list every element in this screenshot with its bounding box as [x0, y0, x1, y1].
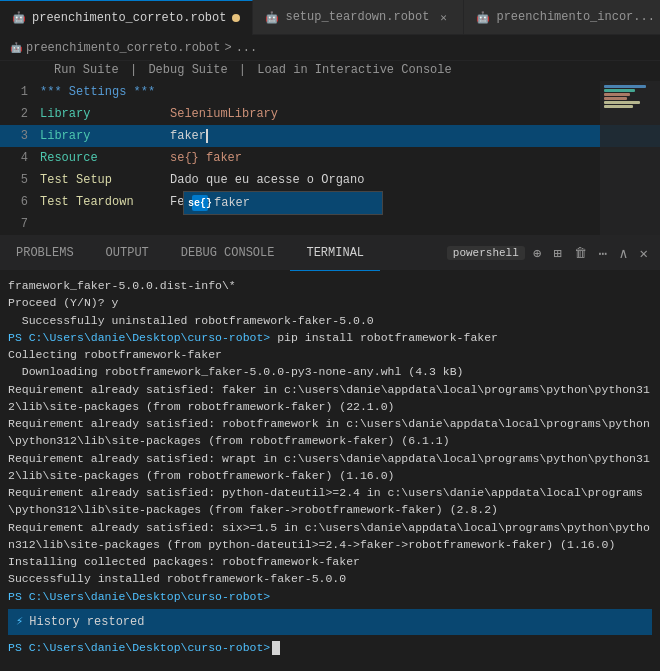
line-num-1: 1 — [0, 85, 40, 99]
minimap-content — [600, 81, 660, 113]
breadcrumb-rest[interactable]: ... — [236, 41, 258, 55]
line-content-2: Library SeleniumLibrary — [40, 107, 660, 121]
editor-line-2: 2 Library SeleniumLibrary — [0, 103, 660, 125]
terminal-line-8: Requirement already satisfied: wrapt in … — [8, 450, 652, 485]
terminal-content[interactable]: framework_faker-5.0.0.dist-info\* Procee… — [0, 271, 660, 671]
tab-debug-console[interactable]: DEBUG CONSOLE — [165, 236, 291, 271]
action-sep-2: | — [239, 63, 246, 77]
tab-preenchimento-incor[interactable]: 🤖 preenchimento_incor... ✕ — [464, 0, 660, 35]
autocomplete-item-faker[interactable]: se{} faker — [184, 192, 382, 214]
run-suite-action[interactable]: Run Suite — [54, 63, 119, 77]
panel-tab-bar: PROBLEMS OUTPUT DEBUG CONSOLE TERMINAL p… — [0, 236, 660, 271]
line-num-2: 2 — [0, 107, 40, 121]
autocomplete-type-icon: se{} — [192, 195, 208, 211]
terminal-line-10: Requirement already satisfied: six>=1.5 … — [8, 519, 652, 554]
robot-icon: 🤖 — [12, 11, 26, 24]
line-num-7: 7 — [0, 217, 40, 231]
debug-console-label: DEBUG CONSOLE — [181, 246, 275, 260]
output-label: OUTPUT — [106, 246, 149, 260]
editor-line-7: 7 — [0, 213, 660, 235]
editor-line-1: 1 *** Settings *** — [0, 81, 660, 103]
text-cursor — [206, 129, 208, 143]
history-icon: ⚡ — [16, 613, 23, 631]
terminal-line-4: Collecting robotframework-faker — [8, 346, 652, 363]
minimap-line-2 — [604, 89, 635, 92]
line-content-4: Resource se{} faker — [40, 151, 660, 165]
resource-kw-4: Resource — [40, 151, 170, 165]
powershell-label: powershell — [447, 246, 525, 260]
robot-icon2: 🤖 — [265, 11, 279, 24]
modified-dot — [232, 14, 240, 22]
autocomplete-dropdown[interactable]: se{} faker — [183, 191, 383, 215]
settings-heading: *** Settings *** — [40, 85, 155, 99]
terminal-line-6: Requirement already satisfied: faker in … — [8, 381, 652, 416]
tab-terminal[interactable]: TERMINAL — [290, 236, 380, 271]
terminal-line-13: PS C:\Users\danie\Desktop\curso-robot> — [8, 588, 652, 605]
editor-line-3[interactable]: 3 Library faker — [0, 125, 660, 147]
problems-label: PROBLEMS — [16, 246, 74, 260]
minimap-line-1 — [604, 85, 646, 88]
trash-icon[interactable]: 🗑 — [570, 244, 591, 263]
line-content-1: *** Settings *** — [40, 85, 660, 99]
terminal-line-1: Proceed (Y/N)? y — [8, 294, 652, 311]
terminal-final-prompt: PS C:\Users\danie\Desktop\curso-robot> — [8, 639, 652, 656]
terminal-label: TERMINAL — [306, 246, 364, 260]
line-content-5: Test Setup Dado que eu acesse o Organo — [40, 173, 660, 187]
panel-close-icon[interactable]: ✕ — [636, 243, 652, 264]
terminal-line-7: Requirement already satisfied: robotfram… — [8, 415, 652, 450]
tab-bar: 🤖 preenchimento_correto.robot 🤖 setup_te… — [0, 0, 660, 35]
tab-label: preenchimento_correto.robot — [32, 11, 226, 25]
test-setup-val: Dado que eu acesse o Organo — [170, 173, 364, 187]
line-num-4: 4 — [0, 151, 40, 165]
panel-chevron-up-icon[interactable]: ∧ — [615, 243, 631, 264]
test-teardown-kw: Test Teardown — [40, 195, 170, 209]
editor-line-5: 5 Test Setup Dado que eu acesse o Organo — [0, 169, 660, 191]
minimap-line-5 — [604, 101, 640, 104]
tab-close-2[interactable]: ✕ — [435, 9, 451, 25]
split-terminal-icon[interactable]: ⊞ — [549, 243, 565, 264]
terminal-line-3: PS C:\Users\danie\Desktop\curso-robot> p… — [8, 329, 652, 346]
minimap — [600, 81, 660, 241]
minimap-line-3 — [604, 93, 630, 96]
terminal-line-12: Successfully installed robotframework-fa… — [8, 570, 652, 587]
terminal-prompt-13: PS C:\Users\danie\Desktop\curso-robot> — [8, 590, 270, 603]
terminal-final-prompt-text: PS C:\Users\danie\Desktop\curso-robot> — [8, 641, 270, 654]
terminal-line-0: framework_faker-5.0.0.dist-info\* — [8, 277, 652, 294]
breadcrumb-separator: > — [224, 41, 231, 55]
line-num-5: 5 — [0, 173, 40, 187]
terminal-line-5: Downloading robotframework_faker-5.0.0-p… — [8, 363, 652, 380]
terminal-line-11: Installing collected packages: robotfram… — [8, 553, 652, 570]
add-terminal-icon[interactable]: ⊕ — [529, 243, 545, 264]
minimap-line-6 — [604, 105, 633, 108]
terminal-cmd-3: pip install robotframework-faker — [270, 331, 498, 344]
minimap-line-4 — [604, 97, 627, 100]
tab-label2: setup_teardown.robot — [285, 10, 429, 24]
library-val-3: faker — [170, 129, 206, 143]
autocomplete-label: faker — [214, 196, 250, 210]
terminal-line-2: Successfully uninstalled robotframework-… — [8, 312, 652, 329]
debug-suite-action[interactable]: Debug Suite — [148, 63, 227, 77]
history-text: History restored — [29, 613, 144, 631]
library-kw-3: Library — [40, 129, 170, 143]
panel-more-icon[interactable]: ⋯ — [595, 243, 611, 264]
tab-preenchimento-correto[interactable]: 🤖 preenchimento_correto.robot — [0, 0, 253, 35]
editor: 1 *** Settings *** 2 Library SeleniumLib… — [0, 81, 660, 235]
breadcrumb-robot-icon: 🤖 — [10, 42, 22, 54]
line-num-6: 6 — [0, 195, 40, 209]
panel: PROBLEMS OUTPUT DEBUG CONSOLE TERMINAL p… — [0, 235, 660, 671]
test-setup-kw: Test Setup — [40, 173, 170, 187]
terminal-prompt-3: PS C:\Users\danie\Desktop\curso-robot> — [8, 331, 270, 344]
action-bar: Run Suite | Debug Suite | Load in Intera… — [0, 61, 660, 81]
tab-output[interactable]: OUTPUT — [90, 236, 165, 271]
terminal-cursor-block — [272, 641, 280, 655]
library-val-2: SeleniumLibrary — [170, 107, 278, 121]
tab-label3: preenchimento_incor... — [496, 10, 654, 24]
robot-icon3: 🤖 — [476, 11, 490, 24]
library-kw-2: Library — [40, 107, 170, 121]
tab-problems[interactable]: PROBLEMS — [0, 236, 90, 271]
terminal-line-9: Requirement already satisfied: python-da… — [8, 484, 652, 519]
tab-setup-teardown[interactable]: 🤖 setup_teardown.robot ✕ — [253, 0, 464, 35]
resource-val-4: se{} faker — [170, 151, 242, 165]
breadcrumb-file[interactable]: preenchimento_correto.robot — [26, 41, 220, 55]
load-console-action[interactable]: Load in Interactive Console — [257, 63, 451, 77]
